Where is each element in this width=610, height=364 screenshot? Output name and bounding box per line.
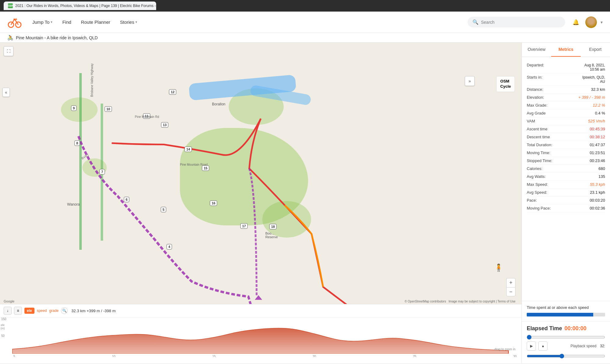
drag-hint: drag to zoom in <box>494 348 515 351</box>
metric-moving-time: Moving Time: 01:23:51 <box>527 149 605 157</box>
waypoint-13: 13 <box>161 122 168 128</box>
map-area[interactable]: 4 5 6 7 8 9 10 11 12 13 14 15 16 17 18 B… <box>0 43 522 363</box>
waypoint-4: 4 <box>167 244 172 249</box>
metric-distance: Distance: 32.3 km <box>527 86 605 94</box>
waypoint-8: 8 <box>74 140 80 146</box>
download-button[interactable]: ↓ <box>4 307 12 315</box>
osm-expand-btn[interactable]: » <box>465 76 475 86</box>
playback-speed-label: Playback speed <box>571 344 597 348</box>
zoom-controls: + − <box>506 278 515 296</box>
waypoint-10: 10 <box>105 106 112 112</box>
metric-moving-pace: Moving Pace: 00:02:36 <box>527 204 605 212</box>
chart-x-labels: 5 10 15 20 25 30 <box>12 355 518 357</box>
metric-stopped-time: Stopped Time: 00:23:46 <box>527 157 605 165</box>
osm-cycle-label: OSMCycle <box>496 76 515 92</box>
stories-chevron: ▾ <box>135 20 137 24</box>
browser-tab[interactable]: EBR 2021 : Our Rides in Words, Photos, V… <box>4 2 156 10</box>
metrics-content: Departed: Aug 8, 2021,10:56 am Starts in… <box>522 57 610 301</box>
metric-vam: VAM 525 Vm/h <box>527 117 605 125</box>
waypoint-12: 12 <box>169 89 176 95</box>
title-bar: 🚴 Pine Mountain - A bike ride in Ipswich… <box>0 33 610 43</box>
metric-departed: Departed: Aug 8, 2021,10:56 am <box>527 61 605 73</box>
tab-overview[interactable]: Overview <box>522 43 551 57</box>
speed-bar-container <box>527 313 605 316</box>
fullscreen-button[interactable]: ⛶ <box>4 46 13 56</box>
browser-bar: EBR 2021 : Our Rides in Words, Photos, V… <box>0 0 610 12</box>
panel-tabs: Overview Metrics Export <box>522 43 610 57</box>
notifications-button[interactable]: 🔔 <box>570 16 582 28</box>
map-copyright: © OpenStreetMap contributors Image may b… <box>405 300 515 303</box>
map-controls: ⛶ <box>4 46 13 56</box>
google-attribution: Google <box>4 299 14 303</box>
elapsed-time-value: 00:00:00 <box>565 325 587 332</box>
elapsed-label: Elapsed Time 00:00:00 <box>527 325 605 332</box>
search-input[interactable] <box>481 20 560 25</box>
playback-speed-value: 32: <box>600 344 605 348</box>
waypoint-7: 7 <box>99 169 105 175</box>
grade-button[interactable]: grade <box>49 309 59 313</box>
metric-pace: Pace: 00:03:20 <box>527 196 605 204</box>
menu-button[interactable]: ≡ <box>14 307 22 315</box>
tab-favicon: EBR <box>8 3 13 8</box>
progress-slider[interactable] <box>527 335 605 340</box>
waypoint-17: 17 <box>240 223 248 229</box>
metric-avg-grade: Avg Grade 0.4 % <box>527 109 605 117</box>
bottom-bar: ↓ ≡ ele speed grade 🔍 32.3 km +399 m / -… <box>0 304 522 363</box>
search-box[interactable]: 🔍 <box>468 17 565 27</box>
playback-section: Elapsed Time 00:00:00 ▶ ■ Playback speed… <box>522 321 610 363</box>
playback-speed-slider[interactable] <box>527 354 605 359</box>
metric-avg-speed: Avg Speed: 23.1 kph <box>527 189 605 196</box>
user-avatar[interactable] <box>585 16 597 28</box>
metric-calories: Calories: 680 <box>527 165 605 173</box>
route-planner-link[interactable]: Route Planner <box>77 17 115 27</box>
avatar-image <box>585 16 597 28</box>
jump-to-chevron: ▾ <box>51 20 52 24</box>
ele-button[interactable]: ele <box>24 308 34 314</box>
elevation-svg <box>12 319 518 354</box>
page-title: Pine Mountain - A bike ride in Ipswich, … <box>16 35 98 40</box>
metric-max-speed: Max Speed: 55.3 kph <box>527 181 605 189</box>
tab-title: 2021 : Our Rides in Words, Photos, Video… <box>15 4 156 8</box>
nav-links: Jump To ▾ Find Route Planner Stories ▾ <box>28 17 468 27</box>
waypoint-15: 15 <box>202 165 209 171</box>
speed-time-title: Time spent at or above each speed <box>527 305 605 310</box>
zoom-in-button[interactable]: + <box>506 278 515 287</box>
right-panel: Overview Metrics Export Departed: Aug 8,… <box>522 43 610 363</box>
speed-button[interactable]: speed <box>37 309 47 313</box>
tab-export[interactable]: Export <box>581 43 610 57</box>
account-chevron-icon[interactable]: ▾ <box>601 20 603 25</box>
find-link[interactable]: Find <box>58 17 75 27</box>
metric-ascent-time: Ascent time 00:45:39 <box>527 125 605 133</box>
chart-controls: ↓ ≡ ele speed grade 🔍 32.3 km +399 m / -… <box>0 304 522 317</box>
waypoint-18: 18 <box>269 224 277 229</box>
zoom-out-button[interactable]: − <box>506 287 515 296</box>
nav-bar: Jump To ▾ Find Route Planner Stories ▾ 🔍… <box>0 12 610 33</box>
nav-icons: 🔔 ▾ <box>570 16 603 28</box>
speed-time-section: Time spent at or above each speed <box>522 301 610 321</box>
bike-title-icon: 🚴 <box>7 35 13 41</box>
stop-button[interactable]: ■ <box>538 341 547 351</box>
metric-descent-time: Descent time 00:38:12 <box>527 133 605 141</box>
y-axis-label: ele(m) <box>1 323 5 330</box>
site-logo[interactable] <box>7 15 22 30</box>
metric-elevation: Elevation: + 399 / - 398 m <box>527 94 605 101</box>
metric-total-duration: Total Duration: 01:47:37 <box>527 141 605 149</box>
zoom-glass-button[interactable]: 🔍 <box>61 307 68 314</box>
stories-menu[interactable]: Stories ▾ <box>116 17 142 27</box>
search-icon: 🔍 <box>472 19 479 25</box>
waypoint-14: 14 <box>185 147 192 152</box>
jump-to-menu[interactable]: Jump To ▾ <box>28 17 57 27</box>
collapse-arrow[interactable]: « <box>2 88 10 97</box>
pegman-icon[interactable]: 🧍 <box>494 263 503 272</box>
waypoint-11: 11 <box>143 113 150 119</box>
waypoint-16: 16 <box>210 200 217 206</box>
playback-controls: ▶ ■ Playback speed 32: <box>527 341 605 351</box>
tab-metrics[interactable]: Metrics <box>551 43 580 57</box>
metric-starts-in: Starts in: Ipswich, QLD,AU <box>527 73 605 86</box>
waypoint-6: 6 <box>124 197 129 202</box>
elevation-chart[interactable]: 150 50 5 10 15 <box>0 317 522 357</box>
waypoint-5: 5 <box>161 207 166 212</box>
metric-avg-watts: Avg Watts: 135 <box>527 173 605 181</box>
play-button[interactable]: ▶ <box>527 341 536 351</box>
main-content: 4 5 6 7 8 9 10 11 12 13 14 15 16 17 18 B… <box>0 43 610 363</box>
